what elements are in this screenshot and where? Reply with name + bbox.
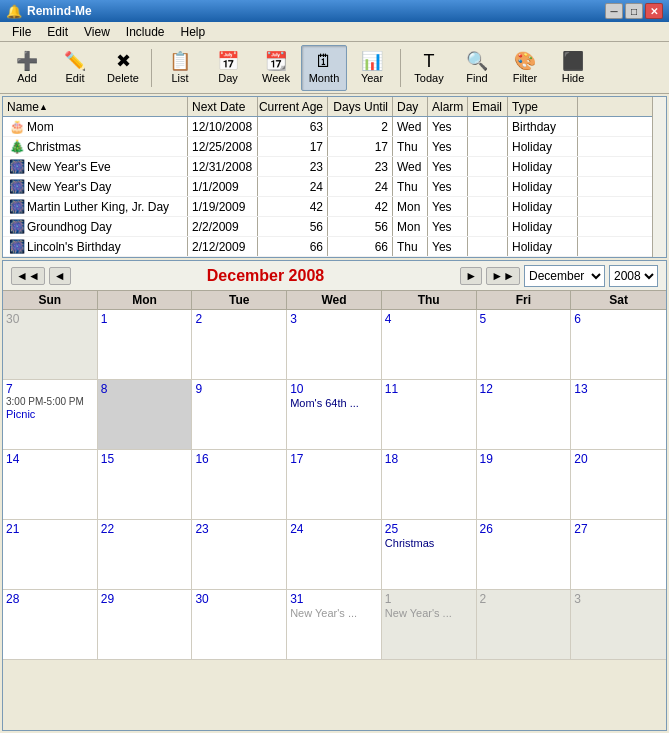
calendar-cell[interactable]: 5: [477, 310, 572, 380]
calendar-cell[interactable]: 28: [3, 590, 98, 660]
list-row[interactable]: 🎆Martin Luther King, Jr. Day1/19/2009424…: [3, 197, 666, 217]
calendar-cell[interactable]: 23: [192, 520, 287, 590]
day-number[interactable]: 25: [385, 522, 473, 536]
day-number[interactable]: 1: [101, 312, 189, 326]
day-number[interactable]: 21: [6, 522, 94, 536]
toolbar-btn-day[interactable]: 📅Day: [205, 45, 251, 91]
calendar-cell[interactable]: 1New Year's ...: [382, 590, 477, 660]
list-row[interactable]: 🎆Groundhog Day2/2/20095656MonYesHoliday: [3, 217, 666, 237]
day-number[interactable]: 10: [290, 382, 378, 396]
toolbar-btn-month[interactable]: 🗓Month: [301, 45, 347, 91]
calendar-cell[interactable]: 73:00 PM-5:00 PMPicnic: [3, 380, 98, 450]
nav-prev-button[interactable]: ◄: [49, 267, 71, 285]
calendar-cell[interactable]: 24: [287, 520, 382, 590]
toolbar-btn-week[interactable]: 📆Week: [253, 45, 299, 91]
list-col-header-type[interactable]: Type: [508, 97, 578, 116]
toolbar-btn-add[interactable]: ➕Add: [4, 45, 50, 91]
list-row[interactable]: 🎆Lincoln's Birthday2/12/20096666ThuYesHo…: [3, 237, 666, 257]
day-number[interactable]: 7: [6, 382, 94, 396]
list-col-header-email[interactable]: Email: [468, 97, 508, 116]
day-number[interactable]: 3: [574, 592, 663, 606]
day-number[interactable]: 2: [195, 312, 283, 326]
close-button[interactable]: ✕: [645, 3, 663, 19]
calendar-cell[interactable]: 9: [192, 380, 287, 450]
day-number[interactable]: 12: [480, 382, 568, 396]
day-number[interactable]: 13: [574, 382, 663, 396]
list-col-header-next-date[interactable]: Next Date: [188, 97, 258, 116]
day-number[interactable]: 2: [480, 592, 568, 606]
day-number[interactable]: 3: [290, 312, 378, 326]
event-text[interactable]: Mom's 64th ...: [290, 397, 378, 409]
calendar-cell[interactable]: 3: [571, 590, 666, 660]
calendar-cell[interactable]: 3: [287, 310, 382, 380]
nav-next-button[interactable]: ►: [460, 267, 482, 285]
day-number[interactable]: 31: [290, 592, 378, 606]
calendar-cell[interactable]: 2: [477, 590, 572, 660]
day-number[interactable]: 19: [480, 452, 568, 466]
event-text[interactable]: New Year's ...: [385, 607, 473, 619]
menu-item-edit[interactable]: Edit: [39, 23, 76, 41]
day-number[interactable]: 15: [101, 452, 189, 466]
toolbar-btn-year[interactable]: 📊Year: [349, 45, 395, 91]
toolbar-btn-today[interactable]: TToday: [406, 45, 452, 91]
day-number[interactable]: 5: [480, 312, 568, 326]
menu-item-help[interactable]: Help: [173, 23, 214, 41]
menu-item-file[interactable]: File: [4, 23, 39, 41]
calendar-cell[interactable]: 31New Year's ...: [287, 590, 382, 660]
day-number[interactable]: 26: [480, 522, 568, 536]
day-number[interactable]: 30: [6, 312, 94, 326]
day-number[interactable]: 18: [385, 452, 473, 466]
calendar-cell[interactable]: 4: [382, 310, 477, 380]
day-number[interactable]: 24: [290, 522, 378, 536]
day-number[interactable]: 22: [101, 522, 189, 536]
day-number[interactable]: 9: [195, 382, 283, 396]
list-row[interactable]: 🎆New Year's Day1/1/20092424ThuYesHoliday: [3, 177, 666, 197]
calendar-cell[interactable]: 30: [3, 310, 98, 380]
day-number[interactable]: 30: [195, 592, 283, 606]
event-text[interactable]: Picnic: [6, 408, 94, 420]
calendar-cell[interactable]: 10Mom's 64th ...: [287, 380, 382, 450]
list-col-header-name[interactable]: Name ▲: [3, 97, 188, 116]
calendar-cell[interactable]: 11: [382, 380, 477, 450]
toolbar-btn-list[interactable]: 📋List: [157, 45, 203, 91]
calendar-cell[interactable]: 17: [287, 450, 382, 520]
day-number[interactable]: 6: [574, 312, 663, 326]
calendar-cell[interactable]: 22: [98, 520, 193, 590]
toolbar-btn-find[interactable]: 🔍Find: [454, 45, 500, 91]
calendar-cell[interactable]: 1: [98, 310, 193, 380]
calendar-cell[interactable]: 15: [98, 450, 193, 520]
calendar-cell[interactable]: 20: [571, 450, 666, 520]
day-number[interactable]: 8: [101, 382, 189, 396]
calendar-cell[interactable]: 29: [98, 590, 193, 660]
day-number[interactable]: 20: [574, 452, 663, 466]
calendar-cell[interactable]: 25Christmas: [382, 520, 477, 590]
calendar-cell[interactable]: 19: [477, 450, 572, 520]
list-col-header-days-until[interactable]: Days Until: [328, 97, 393, 116]
calendar-cell[interactable]: 18: [382, 450, 477, 520]
day-number[interactable]: 16: [195, 452, 283, 466]
calendar-cell[interactable]: 2: [192, 310, 287, 380]
day-number[interactable]: 14: [6, 452, 94, 466]
event-text[interactable]: New Year's ...: [290, 607, 378, 619]
day-number[interactable]: 4: [385, 312, 473, 326]
calendar-cell[interactable]: 16: [192, 450, 287, 520]
day-number[interactable]: 17: [290, 452, 378, 466]
calendar-cell[interactable]: 30: [192, 590, 287, 660]
list-col-header-current-age[interactable]: Current Age: [258, 97, 328, 116]
list-col-header-alarm[interactable]: Alarm: [428, 97, 468, 116]
toolbar-btn-filter[interactable]: 🎨Filter: [502, 45, 548, 91]
day-number[interactable]: 23: [195, 522, 283, 536]
day-number[interactable]: 11: [385, 382, 473, 396]
event-text[interactable]: Christmas: [385, 537, 473, 549]
nav-last-button[interactable]: ►►: [486, 267, 520, 285]
list-col-header-day[interactable]: Day: [393, 97, 428, 116]
calendar-cell[interactable]: 27: [571, 520, 666, 590]
calendar-cell[interactable]: 6: [571, 310, 666, 380]
calendar-cell[interactable]: 26: [477, 520, 572, 590]
list-row[interactable]: 🎂Mom12/10/2008632WedYesBirthday: [3, 117, 666, 137]
scrollbar[interactable]: [652, 97, 666, 257]
list-row[interactable]: 🎆New Year's Eve12/31/20082323WedYesHolid…: [3, 157, 666, 177]
list-row[interactable]: 🎄Christmas12/25/20081717ThuYesHoliday: [3, 137, 666, 157]
year-select[interactable]: 2008 2009: [609, 265, 658, 287]
toolbar-btn-delete[interactable]: ✖Delete: [100, 45, 146, 91]
